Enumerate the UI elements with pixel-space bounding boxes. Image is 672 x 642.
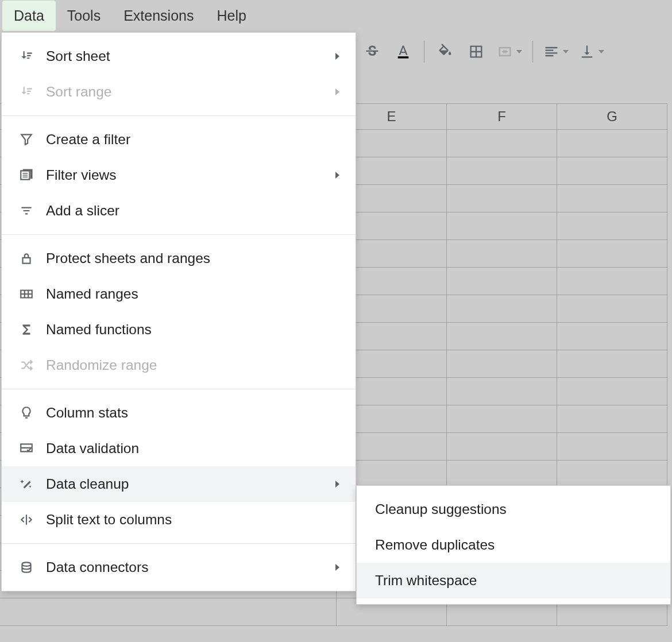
filter-icon — [18, 131, 35, 148]
menu-separator — [2, 234, 356, 235]
chevron-right-icon — [335, 88, 339, 95]
cell[interactable] — [557, 268, 667, 295]
chevron-right-icon — [335, 172, 339, 179]
chevron-down-icon — [598, 50, 604, 53]
chevron-down-icon — [516, 50, 522, 53]
menu-item-data-connectors[interactable]: Data connectors — [2, 550, 356, 585]
submenu-item-label: Cleanup suggestions — [375, 501, 507, 517]
menu-item-data-cleanup[interactable]: Data cleanup — [2, 466, 356, 502]
sort-sheet-icon — [18, 48, 35, 65]
menu-item-column-stats[interactable]: Column stats — [2, 395, 356, 431]
cell[interactable] — [557, 157, 667, 185]
chevron-right-icon — [335, 481, 339, 488]
cell[interactable] — [557, 212, 667, 240]
submenu-item-label: Trim whitespace — [375, 573, 477, 589]
cell[interactable] — [447, 433, 557, 461]
cell[interactable] — [447, 268, 557, 295]
data-cleanup-submenu: Cleanup suggestions Remove duplicates Tr… — [356, 485, 671, 605]
merge-icon — [497, 44, 513, 60]
menu-item-split-text[interactable]: Split text to columns — [2, 502, 356, 537]
cell[interactable] — [557, 405, 667, 433]
cell[interactable] — [557, 130, 667, 157]
text-color-button[interactable] — [393, 41, 414, 62]
menu-item-filter-views[interactable]: Filter views — [2, 157, 356, 193]
menu-item-add-slicer[interactable]: Add a slicer — [2, 193, 356, 229]
menu-item-sort-range: Sort range — [2, 74, 356, 110]
toolbar-separator — [424, 41, 424, 63]
sort-range-icon — [18, 83, 35, 100]
cell[interactable] — [557, 461, 667, 488]
menu-item-label: Split text to columns — [46, 512, 339, 528]
chevron-right-icon — [335, 564, 339, 571]
menu-separator — [2, 543, 356, 544]
menu-item-data-validation[interactable]: Data validation — [2, 431, 356, 466]
cell[interactable] — [557, 433, 667, 461]
menu-item-label: Named ranges — [46, 286, 339, 302]
menu-item-label: Protect sheets and ranges — [46, 250, 339, 266]
horizontal-align-button[interactable] — [543, 44, 569, 60]
cell[interactable] — [447, 350, 557, 378]
sigma-icon — [18, 321, 35, 338]
menu-separator — [2, 389, 356, 389]
menu-item-label: Randomize range — [46, 357, 339, 373]
menu-item-label: Create a filter — [46, 132, 339, 148]
menubar-item-tools[interactable]: Tools — [56, 1, 112, 31]
submenu-item-cleanup-suggestions[interactable]: Cleanup suggestions — [357, 492, 670, 527]
named-ranges-icon — [18, 285, 35, 303]
cell[interactable] — [447, 405, 557, 433]
merge-cells-button[interactable] — [497, 44, 522, 60]
text-color-icon — [395, 44, 411, 60]
fill-color-icon — [437, 44, 453, 60]
menu-item-sort-sheet[interactable]: Sort sheet — [2, 38, 356, 74]
column-header-g[interactable]: G — [557, 103, 667, 130]
split-icon — [18, 511, 35, 528]
cell[interactable] — [447, 378, 557, 405]
chevron-right-icon — [335, 53, 339, 60]
cell[interactable] — [557, 185, 667, 212]
cell[interactable] — [557, 350, 667, 378]
cell[interactable] — [447, 130, 557, 157]
menubar-item-extensions[interactable]: Extensions — [112, 1, 205, 31]
submenu-item-trim-whitespace[interactable]: Trim whitespace — [357, 563, 670, 598]
menu-separator — [2, 115, 356, 116]
bulb-icon — [18, 404, 35, 421]
fill-color-button[interactable] — [435, 41, 455, 62]
svg-rect-0 — [398, 56, 409, 59]
cell[interactable] — [447, 240, 557, 268]
menu-item-label: Data connectors — [46, 559, 335, 575]
submenu-item-label: Remove duplicates — [375, 537, 495, 553]
shuffle-icon — [18, 357, 35, 374]
valign-bottom-icon — [579, 44, 595, 60]
vertical-align-button[interactable] — [579, 44, 604, 60]
cell[interactable] — [447, 157, 557, 185]
menu-item-create-filter[interactable]: Create a filter — [2, 122, 356, 157]
wand-icon — [18, 475, 35, 493]
menu-item-protect[interactable]: Protect sheets and ranges — [2, 241, 356, 276]
strikethrough-icon — [364, 44, 380, 60]
lock-icon — [18, 250, 35, 267]
cell[interactable] — [447, 323, 557, 350]
cell[interactable] — [557, 378, 667, 405]
submenu-item-remove-duplicates[interactable]: Remove duplicates — [357, 527, 670, 563]
borders-button[interactable] — [466, 41, 486, 62]
column-header-f[interactable]: F — [447, 103, 557, 130]
cell[interactable] — [447, 212, 557, 240]
menu-item-label: Sort sheet — [46, 48, 335, 64]
menu-item-label: Named functions — [46, 322, 339, 338]
strikethrough-button[interactable] — [362, 41, 383, 62]
cell[interactable] — [447, 295, 557, 323]
menubar: Data Tools Extensions Help — [0, 0, 672, 31]
cell[interactable] — [0, 598, 337, 626]
menu-item-randomize-range: Randomize range — [2, 347, 356, 383]
menu-item-label: Column stats — [46, 405, 339, 421]
menu-item-named-ranges[interactable]: Named ranges — [2, 276, 356, 312]
menubar-item-help[interactable]: Help — [205, 1, 257, 31]
menubar-item-data[interactable]: Data — [2, 1, 56, 31]
cell[interactable] — [447, 185, 557, 212]
cell[interactable] — [447, 461, 557, 488]
cell[interactable] — [557, 240, 667, 268]
filter-views-icon — [18, 167, 35, 184]
cell[interactable] — [557, 295, 667, 323]
menu-item-named-functions[interactable]: Named functions — [2, 312, 356, 347]
cell[interactable] — [557, 323, 667, 350]
